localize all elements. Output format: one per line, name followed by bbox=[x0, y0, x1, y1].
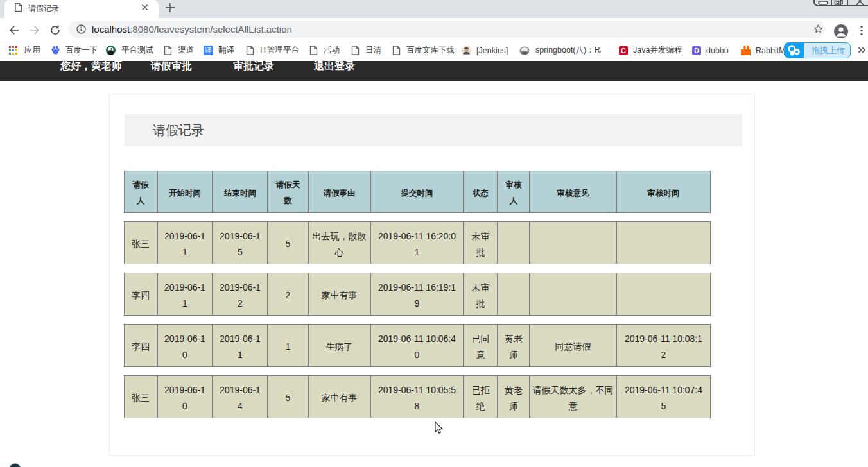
svg-text:译: 译 bbox=[205, 47, 212, 54]
svg-text:D: D bbox=[694, 47, 699, 55]
svg-text:C: C bbox=[621, 47, 626, 55]
